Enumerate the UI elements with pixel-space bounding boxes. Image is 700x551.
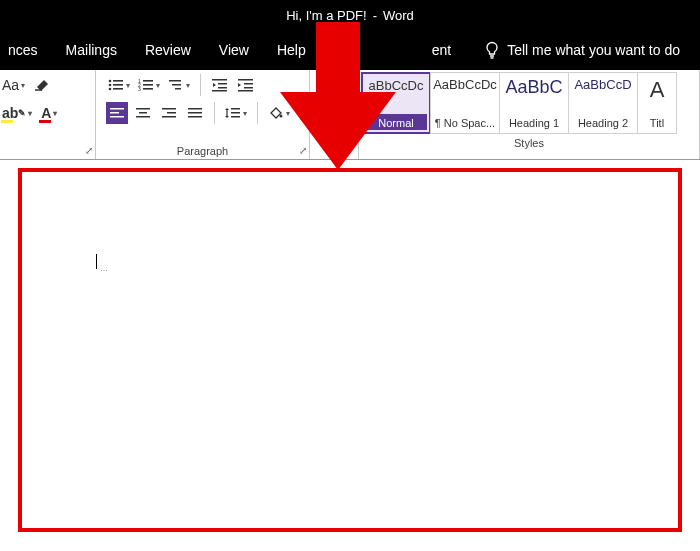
justify-button[interactable] bbox=[184, 102, 206, 124]
svg-rect-36 bbox=[231, 108, 240, 110]
tab-help[interactable]: Help bbox=[277, 42, 306, 58]
outdent-icon bbox=[212, 78, 228, 92]
svg-rect-33 bbox=[188, 112, 202, 114]
text-cursor bbox=[96, 254, 97, 269]
style-normal[interactable]: aBbCcDc Normal bbox=[361, 72, 431, 134]
svg-rect-16 bbox=[218, 83, 227, 85]
svg-rect-7 bbox=[143, 80, 153, 82]
align-left-icon bbox=[110, 107, 124, 119]
svg-rect-12 bbox=[169, 80, 181, 82]
svg-rect-31 bbox=[162, 116, 176, 118]
borders-button[interactable] bbox=[296, 102, 318, 124]
styles-gallery[interactable]: aBbCcDc Normal AaBbCcDc ¶ No Spac... AaB… bbox=[359, 70, 699, 134]
align-right-button[interactable] bbox=[158, 102, 180, 124]
svg-rect-24 bbox=[110, 112, 119, 114]
indent-icon bbox=[238, 78, 254, 92]
bullets-button[interactable]: ▾ bbox=[106, 74, 132, 96]
text-highlight-button[interactable]: ab✎▾ bbox=[0, 102, 34, 124]
clear-formatting-button[interactable] bbox=[31, 74, 53, 96]
svg-rect-22 bbox=[238, 90, 253, 92]
tab-partial-ent[interactable]: ent bbox=[432, 42, 451, 58]
svg-rect-5 bbox=[113, 88, 123, 90]
svg-point-2 bbox=[109, 84, 112, 87]
svg-rect-14 bbox=[175, 88, 181, 90]
style-heading-2[interactable]: AaBbCcD Heading 2 bbox=[568, 72, 638, 134]
svg-rect-37 bbox=[231, 112, 240, 114]
svg-rect-19 bbox=[238, 79, 253, 81]
justify-icon bbox=[188, 107, 202, 119]
document-page[interactable]: … bbox=[18, 168, 682, 532]
shading-button[interactable]: ▾ bbox=[266, 102, 292, 124]
align-left-button[interactable] bbox=[106, 102, 128, 124]
align-center-icon bbox=[136, 107, 150, 119]
title-separator: - bbox=[373, 8, 377, 23]
tab-view[interactable]: View bbox=[219, 42, 249, 58]
align-center-button[interactable] bbox=[132, 102, 154, 124]
svg-text:Z: Z bbox=[326, 92, 331, 99]
svg-rect-34 bbox=[188, 116, 202, 118]
multilevel-icon bbox=[168, 78, 184, 92]
svg-text:3: 3 bbox=[138, 86, 141, 92]
svg-point-0 bbox=[109, 80, 112, 83]
styles-group-label: Styles bbox=[359, 134, 699, 152]
svg-rect-13 bbox=[172, 84, 181, 86]
svg-rect-32 bbox=[188, 108, 202, 110]
svg-rect-21 bbox=[244, 87, 253, 89]
tell-me-search[interactable]: Tell me what you want to do bbox=[485, 41, 680, 59]
svg-point-39 bbox=[280, 115, 283, 118]
svg-rect-17 bbox=[218, 87, 227, 89]
svg-rect-38 bbox=[231, 116, 240, 118]
svg-rect-27 bbox=[139, 112, 147, 114]
app-name: Word bbox=[383, 8, 414, 23]
paint-bucket-icon bbox=[268, 106, 284, 120]
font-dialog-launcher-icon[interactable]: ⤢ bbox=[85, 142, 93, 160]
svg-text:A: A bbox=[326, 85, 331, 92]
svg-rect-35 bbox=[226, 109, 227, 117]
style-title-partial[interactable]: A Titl bbox=[637, 72, 677, 134]
tell-me-label: Tell me what you want to do bbox=[507, 42, 680, 58]
borders-icon bbox=[300, 106, 314, 120]
lightbulb-icon bbox=[485, 41, 499, 59]
eraser-icon bbox=[33, 78, 51, 92]
sort-icon: AZ bbox=[326, 85, 342, 99]
svg-rect-25 bbox=[110, 116, 124, 118]
change-case-button[interactable]: Aa▾ bbox=[0, 74, 27, 96]
paragraph-dialog-launcher-icon[interactable]: ⤢ bbox=[299, 142, 307, 160]
line-spacing-button[interactable]: ▾ bbox=[223, 102, 249, 124]
svg-rect-9 bbox=[143, 84, 153, 86]
numbering-button[interactable]: 123▾ bbox=[136, 74, 162, 96]
svg-point-4 bbox=[109, 88, 112, 91]
numbering-icon: 123 bbox=[138, 78, 154, 92]
font-color-button[interactable]: A▾ bbox=[38, 102, 60, 124]
tab-review[interactable]: Review bbox=[145, 42, 191, 58]
document-area: … bbox=[0, 160, 700, 532]
cursor-handle-icon: … bbox=[100, 264, 109, 273]
style-no-spacing[interactable]: AaBbCcDc ¶ No Spac... bbox=[430, 72, 500, 134]
svg-rect-3 bbox=[113, 84, 123, 86]
align-right-icon bbox=[162, 107, 176, 119]
tab-mailings[interactable]: Mailings bbox=[66, 42, 117, 58]
svg-rect-23 bbox=[110, 108, 124, 110]
show-paragraph-marks-button[interactable]: ¶ bbox=[323, 109, 345, 131]
sort-button[interactable]: AZ bbox=[323, 81, 345, 103]
ribbon-tabs: nces Mailings Review View Help ent Tell … bbox=[0, 30, 700, 70]
svg-rect-20 bbox=[244, 83, 253, 85]
svg-rect-11 bbox=[143, 88, 153, 90]
style-heading-1[interactable]: AaBbC Heading 1 bbox=[499, 72, 569, 134]
bullets-icon bbox=[108, 78, 124, 92]
styles-group: aBbCcDc Normal AaBbCcDc ¶ No Spac... AaB… bbox=[358, 70, 700, 160]
increase-indent-button[interactable] bbox=[235, 74, 257, 96]
svg-rect-29 bbox=[162, 108, 176, 110]
svg-rect-18 bbox=[212, 90, 227, 92]
font-group-label: ⤢ bbox=[0, 142, 95, 160]
tab-references-partial[interactable]: nces bbox=[8, 42, 38, 58]
title-bar: Hi, I'm a PDF! - Word bbox=[0, 0, 700, 30]
svg-rect-28 bbox=[136, 116, 150, 118]
decrease-indent-button[interactable] bbox=[209, 74, 231, 96]
line-spacing-icon bbox=[225, 106, 241, 120]
document-title: Hi, I'm a PDF! bbox=[286, 8, 367, 23]
svg-rect-1 bbox=[113, 80, 123, 82]
paragraph-group-label: Paragraph ⤢ bbox=[96, 142, 309, 160]
svg-rect-26 bbox=[136, 108, 150, 110]
multilevel-list-button[interactable]: ▾ bbox=[166, 74, 192, 96]
